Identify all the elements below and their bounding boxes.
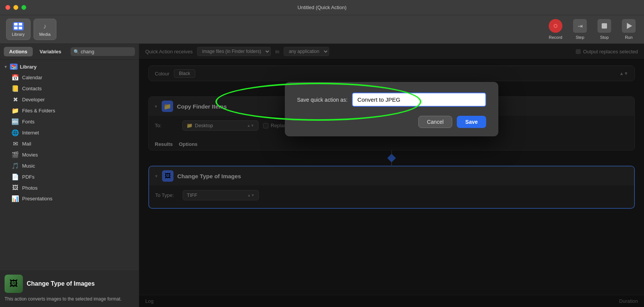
library-folder-icon: 📚 xyxy=(10,64,18,70)
item-icon: 🎵 xyxy=(11,162,19,169)
item-icon: 📊 xyxy=(11,195,19,202)
stop-icon xyxy=(597,19,611,33)
item-label: Contacts xyxy=(22,86,42,91)
sidebar: Actions Variables 🔍 ▼ 📚 Library 📅Calenda… xyxy=(0,44,139,307)
dialog-buttons: Cancel Save xyxy=(297,116,486,128)
search-input[interactable] xyxy=(81,49,132,54)
item-label: PDFs xyxy=(22,174,35,180)
minimize-button[interactable] xyxy=(13,5,18,10)
sidebar-item-movies[interactable]: 🎬Movies xyxy=(0,149,139,160)
content-area: Quick Action receives image files (in Fi… xyxy=(139,44,644,307)
item-icon: 📅 xyxy=(11,74,19,81)
dialog-row: Save quick action as: xyxy=(297,93,486,107)
library-button[interactable]: Library xyxy=(6,19,31,40)
item-label: Internet xyxy=(22,130,39,136)
sidebar-item-contacts[interactable]: 📒Contacts xyxy=(0,83,139,94)
sidebar-item-pdfs[interactable]: 📄PDFs xyxy=(0,171,139,182)
maximize-button[interactable] xyxy=(21,5,26,10)
sidebar-item-developer[interactable]: ✖Developer xyxy=(0,94,139,105)
dialog-cancel-button[interactable]: Cancel xyxy=(418,116,453,128)
run-button[interactable]: Run xyxy=(620,19,638,40)
item-label: Movies xyxy=(22,152,38,158)
sidebar-tabs: Actions Variables 🔍 xyxy=(0,44,139,60)
stop-button[interactable]: Stop xyxy=(595,19,613,40)
preview-header: 🖼 Change Type of Images xyxy=(5,275,134,293)
close-button[interactable] xyxy=(5,5,10,10)
step-label: Step xyxy=(576,35,585,40)
record-label: Record xyxy=(549,35,562,40)
window-title: Untitled (Quick Action) xyxy=(297,5,347,10)
sidebar-item-photos[interactable]: 🖼Photos xyxy=(0,182,139,193)
dialog-label: Save quick action as: xyxy=(297,97,347,103)
dialog-name-input[interactable] xyxy=(352,93,486,107)
media-button[interactable]: ♪ Media xyxy=(34,19,56,40)
tab-variables[interactable]: Variables xyxy=(34,47,67,56)
save-dialog: Save quick action as: Cancel Save xyxy=(285,82,498,136)
step-icon: ⇥ xyxy=(573,19,587,33)
library-label: Library xyxy=(12,32,25,37)
window-controls[interactable] xyxy=(5,5,26,10)
sidebar-item-fonts[interactable]: 🔤Fonts xyxy=(0,116,139,127)
titlebar: Untitled (Quick Action) xyxy=(0,0,644,15)
toolbar-right: Record ⇥ Step Stop Run xyxy=(546,19,638,40)
item-icon: 📄 xyxy=(11,173,19,181)
dialog-overlay: Save quick action as: Cancel Save xyxy=(139,44,644,307)
preview-title: Change Type of Images xyxy=(27,280,95,287)
library-header[interactable]: ▼ 📚 Library xyxy=(0,61,139,72)
sidebar-item-mail[interactable]: ✉Mail xyxy=(0,138,139,149)
item-icon: 🔤 xyxy=(11,118,19,125)
item-icon: 📒 xyxy=(11,85,19,92)
media-label: Media xyxy=(39,32,51,37)
run-icon xyxy=(622,19,636,33)
media-icon: ♪ xyxy=(40,22,50,30)
sidebar-item-presentations[interactable]: 📊Presentations xyxy=(0,193,139,204)
preview-icon: 🖼 xyxy=(5,275,23,293)
item-label: Photos xyxy=(22,185,37,191)
main-layout: Actions Variables 🔍 ▼ 📚 Library 📅Calenda… xyxy=(0,44,644,307)
dialog-save-button[interactable]: Save xyxy=(457,116,486,128)
step-button[interactable]: ⇥ Step xyxy=(571,19,589,40)
item-label: Calendar xyxy=(22,75,42,80)
sidebar-item-calendar[interactable]: 📅Calendar xyxy=(0,72,139,83)
record-button[interactable]: Record xyxy=(546,19,565,40)
search-icon: 🔍 xyxy=(74,49,79,54)
toolbar: Library ♪ Media Record ⇥ Step Stop xyxy=(0,15,644,44)
item-icon: ✉ xyxy=(11,140,19,147)
item-label: Developer xyxy=(22,97,45,102)
preview-description: This action converts images to the selec… xyxy=(5,296,134,302)
record-icon xyxy=(549,19,562,33)
item-label: Files & Folders xyxy=(22,108,55,114)
item-label: Presentations xyxy=(22,196,53,201)
sidebar-content: ▼ 📚 Library 📅Calendar📒Contacts✖Developer… xyxy=(0,60,139,270)
tab-actions[interactable]: Actions xyxy=(4,47,33,56)
item-icon: ✖ xyxy=(11,96,19,103)
search-box[interactable]: 🔍 xyxy=(71,47,135,56)
item-icon: 🎬 xyxy=(11,151,19,158)
item-icon: 🌐 xyxy=(11,129,19,136)
sidebar-item-internet[interactable]: 🌐Internet xyxy=(0,127,139,138)
item-label: Mail xyxy=(22,141,31,147)
toolbar-left: Library ♪ Media xyxy=(6,19,56,40)
item-label: Fonts xyxy=(22,119,35,125)
stop-label: Stop xyxy=(600,35,609,40)
sidebar-item-music[interactable]: 🎵Music xyxy=(0,160,139,171)
library-label: Library xyxy=(20,64,37,70)
library-chevron-icon: ▼ xyxy=(4,65,8,69)
library-icon xyxy=(13,22,24,30)
run-label: Run xyxy=(625,35,633,40)
item-icon: 🖼 xyxy=(11,184,19,191)
item-label: Music xyxy=(22,163,35,169)
sidebar-items-list: 📅Calendar📒Contacts✖Developer📁Files & Fol… xyxy=(0,72,139,204)
sidebar-preview: 🖼 Change Type of Images This action conv… xyxy=(0,270,139,307)
sidebar-item-files---folders[interactable]: 📁Files & Folders xyxy=(0,105,139,116)
item-icon: 📁 xyxy=(11,107,19,114)
